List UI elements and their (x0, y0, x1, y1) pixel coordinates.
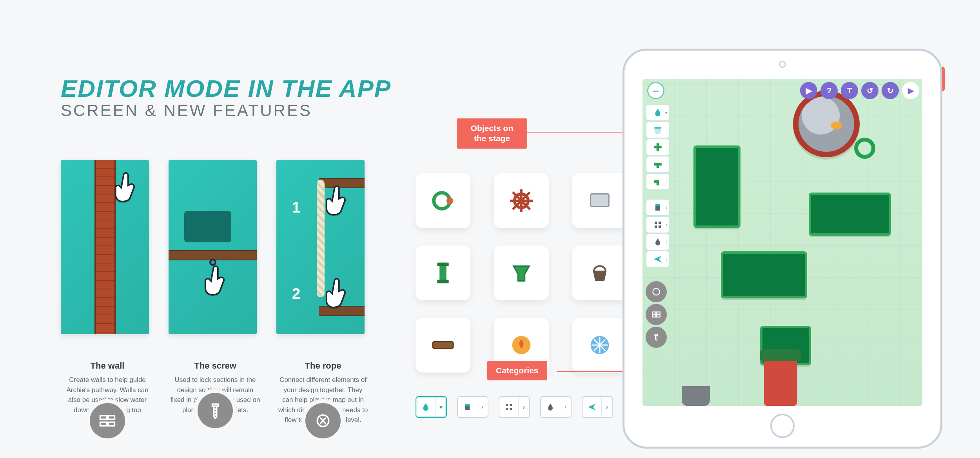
chevron-down-icon: ▾ (665, 109, 668, 116)
category-flame-drop-icon[interactable]: › (540, 396, 572, 418)
chevron-right-icon: › (601, 397, 612, 417)
svg-rect-24 (465, 404, 470, 406)
svg-rect-40 (659, 222, 661, 224)
page-subtitle: SCREEN & NEW FEATURES (61, 101, 312, 120)
objects-label: Objects on the stage (457, 118, 527, 149)
chevron-right-icon: › (666, 204, 668, 211)
target-icon[interactable]: ▶ (800, 82, 817, 99)
svg-point-43 (653, 288, 659, 295)
svg-rect-41 (655, 225, 657, 228)
hammer-icon[interactable]: T (841, 82, 858, 99)
pipe-segment-icon[interactable] (416, 245, 470, 300)
sidebar-container-icon[interactable]: › (646, 199, 670, 216)
redo-icon[interactable]: ↻ (882, 82, 899, 99)
fishbowl-goal[interactable] (793, 91, 860, 157)
feature-screw-title: The screw (169, 361, 262, 371)
svg-point-6 (446, 197, 454, 204)
svg-rect-36 (657, 180, 659, 185)
feature-rope-title: The rope (276, 361, 370, 371)
blocks-grid-icon (499, 396, 518, 418)
bricks-icon (99, 412, 116, 429)
water-wheel-icon[interactable] (416, 173, 470, 228)
feature-wall-tile (61, 160, 149, 334)
feature-wall-title: The wall (61, 361, 154, 371)
undo-icon[interactable]: ↺ (861, 82, 878, 99)
sidebar-bricks-icon[interactable] (646, 304, 667, 325)
rope-step-1: 1 (292, 199, 300, 216)
rope-badge (301, 399, 345, 442)
chevron-right-icon: › (560, 397, 571, 417)
feature-screw-tile (169, 160, 257, 334)
page-title: EDITOR MODE IN THE APP (61, 75, 391, 102)
fish-icon (831, 122, 842, 129)
tap-hand-icon (323, 278, 350, 309)
sidebar-fishbowl-icon[interactable] (646, 121, 670, 138)
chevron-right-icon: › (518, 397, 529, 417)
sidebar-elbow-pipe-icon[interactable] (646, 173, 670, 190)
sidebar-rope-icon[interactable] (646, 281, 667, 302)
svg-rect-15 (437, 280, 448, 284)
category-send-icon[interactable]: › (582, 396, 613, 418)
play-button[interactable]: ▶ (902, 82, 919, 99)
sidebar-screw-icon[interactable] (646, 327, 667, 348)
svg-rect-1 (108, 416, 114, 419)
svg-rect-45 (657, 312, 660, 314)
tablet-frame: – ▾ ›››› ▶?T↺↻▶ (622, 49, 942, 449)
tap-hand-icon (112, 172, 140, 203)
categories-label: Categories (487, 361, 547, 380)
svg-rect-39 (655, 222, 657, 224)
collector-basket[interactable] (682, 386, 710, 406)
sidebar-water-drop-icon[interactable]: ▾ (646, 104, 670, 121)
ship-wheel-icon[interactable] (494, 173, 549, 228)
screw-icon (207, 402, 224, 419)
wood-plank-icon[interactable] (416, 318, 470, 373)
svg-rect-14 (437, 263, 448, 266)
svg-rect-12 (591, 194, 609, 207)
rope-icon (314, 412, 332, 429)
tap-hand-icon (323, 185, 350, 216)
sidebar-cross-pipe-icon[interactable] (646, 138, 670, 156)
svg-rect-42 (659, 225, 661, 228)
chevron-right-icon: › (666, 256, 668, 262)
svg-rect-47 (657, 315, 660, 317)
ice-gear-icon[interactable] (572, 318, 627, 373)
wall-badge (86, 399, 129, 442)
category-container-icon[interactable]: › (457, 396, 488, 418)
funnel-icon[interactable] (494, 245, 549, 300)
category-row: ▾›››› (416, 396, 613, 418)
stage-block[interactable] (721, 251, 807, 298)
screen-panel-icon[interactable] (572, 173, 627, 228)
stage-block[interactable] (693, 145, 740, 228)
svg-rect-25 (506, 404, 508, 406)
tablet-camera (779, 61, 786, 68)
sidebar-flame-drop-icon[interactable]: › (646, 233, 670, 251)
stage-block[interactable] (809, 193, 891, 236)
tablet-home-button[interactable] (770, 414, 795, 438)
editor-stage[interactable]: – ▾ ›››› ▶?T↺↻▶ (642, 79, 922, 406)
feature-rope-tile: 1 2 (276, 160, 365, 334)
svg-rect-3 (108, 422, 114, 425)
water-tube[interactable] (764, 355, 797, 406)
chevron-right-icon: › (666, 222, 668, 228)
svg-rect-46 (652, 315, 656, 317)
sidebar-blocks-grid-icon[interactable]: › (646, 216, 670, 233)
help-icon[interactable]: ? (820, 82, 838, 99)
editor-toolbar: ▶?T↺↻▶ (800, 82, 919, 99)
sidebar-t-pipe-icon[interactable] (646, 156, 670, 173)
rope-step-2: 2 (292, 285, 300, 302)
category-blocks-grid-icon[interactable]: › (499, 396, 530, 418)
send-icon (583, 396, 601, 418)
svg-rect-16 (433, 342, 454, 349)
sidebar-send-icon[interactable]: › (646, 251, 670, 268)
screw-badge (194, 389, 237, 432)
valve-handle[interactable] (854, 138, 875, 159)
flame-drop-icon (541, 396, 560, 418)
svg-rect-0 (100, 416, 107, 419)
collapse-button[interactable]: – (647, 82, 664, 99)
svg-rect-27 (506, 408, 508, 410)
category-water-drop-icon[interactable]: ▾ (416, 396, 447, 418)
object-palette (416, 173, 631, 376)
bucket-icon[interactable] (572, 245, 627, 300)
svg-rect-44 (652, 312, 656, 314)
svg-rect-34 (657, 163, 659, 168)
